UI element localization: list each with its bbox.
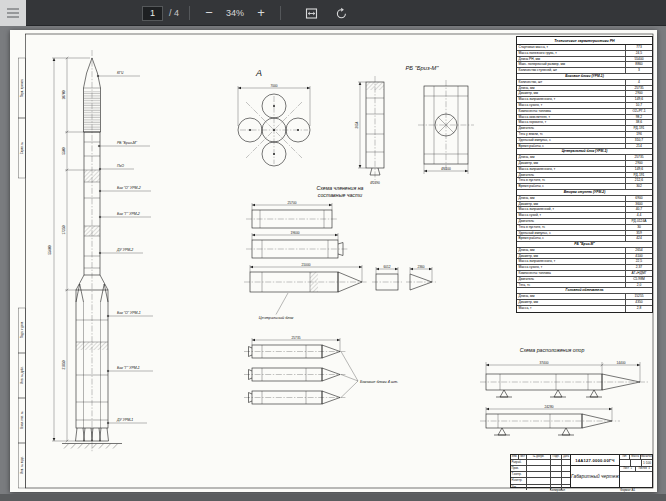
dim-label: 14400 — [617, 361, 626, 365]
spec-value: 40,7 — [626, 207, 652, 212]
zoom-out-button[interactable]: − — [200, 3, 218, 23]
spec-label: Длина, мм — [517, 155, 626, 160]
spec-label: Стартовая масса, т — [517, 45, 626, 50]
edge-stamp-label: Инв. № дубл. — [20, 366, 24, 384]
dim-label: 19600 — [291, 231, 300, 235]
dim-label: 21850 — [62, 360, 66, 369]
toolbar-controls: 1 / 4 − 34% + — [142, 0, 351, 26]
spec-label: Масса сухой, т — [517, 213, 626, 218]
briz-m-views: РБ "Бриз-М" 2654 Ø2490 — [355, 65, 475, 185]
sheets-number: 4 — [648, 467, 649, 471]
title-block-right-values: 1:100 — [620, 460, 652, 467]
zoom-in-button[interactable]: + — [252, 3, 270, 23]
dim-label: 25700 — [288, 201, 297, 205]
spec-value: 4100 — [626, 254, 652, 259]
spec-label: Масса заправленного, т — [517, 167, 626, 172]
supports-scheme: Схема расположения опор — [480, 347, 648, 435]
dim-label: 37400 — [540, 361, 549, 365]
spec-label: Тяга в пустоте, тс — [517, 225, 626, 230]
spec-label: Вторая ступень (УРМ-2) — [517, 190, 652, 195]
empty-cell — [562, 472, 570, 477]
spec-label: Тяга, тс — [517, 283, 626, 288]
spec-value: 98,2 — [626, 115, 652, 120]
drawing-name: Габаритный чертеж — [571, 466, 619, 487]
thumbnail-panel-toggle[interactable] — [0, 0, 26, 26]
sheets-label: Листов — [639, 467, 647, 471]
spec-value: 25735 — [626, 86, 652, 91]
spec-value: 6900 — [626, 196, 652, 201]
page-count-label: / 4 — [169, 8, 179, 18]
callout-label: ДУ УРМ-1 — [117, 418, 133, 422]
menu-icon — [7, 8, 19, 10]
spec-label: Время работы, с — [517, 184, 626, 189]
spec-value: 10,7 — [626, 103, 652, 108]
organization-cell — [620, 472, 652, 487]
spec-label: Масса заправленной, т — [517, 207, 626, 212]
spec-value: 22,5 — [626, 259, 652, 264]
spec-value: 2,8 — [626, 306, 652, 312]
viewer-canvas[interactable]: Перв. примен. Справ. № Подп. и дата Инв.… — [0, 26, 666, 501]
mass-label: Масса — [630, 455, 641, 459]
spec-label: Длина, мм — [517, 86, 626, 91]
scale-label: Масштаб — [641, 455, 652, 459]
drawing-page: Перв. примен. Справ. № Подп. и дата Инв.… — [10, 30, 657, 492]
spec-label: Двигатель — [517, 219, 626, 224]
dim-label: Ø4100 — [441, 167, 451, 171]
dim-label: 5500 — [62, 147, 66, 154]
callout-label: РБ "Бриз-М" — [117, 141, 137, 145]
spec-value: 359 — [626, 231, 652, 236]
scale-value: 1:100 — [642, 460, 652, 466]
toolbar-separator — [189, 6, 190, 20]
spec-label: Диаметр, мм — [517, 91, 626, 96]
briz-title: РБ "Бриз-М" — [405, 65, 439, 71]
spec-value: РД-191 — [626, 126, 652, 131]
callout-label: Бак "Г" УРМ-1 — [117, 366, 140, 370]
spec-value: 214 — [626, 144, 652, 149]
spec-label: Тяга в пустоте, тс — [517, 178, 626, 183]
empty-cell — [562, 466, 570, 471]
spec-label: Время работы, с — [517, 144, 626, 149]
spec-label: Центральный блок (УРМ-1) — [517, 149, 652, 154]
empty-cell — [527, 485, 551, 490]
dim-label: 25735 — [292, 336, 301, 340]
spec-label: Диаметр, мм — [517, 254, 626, 259]
callout-label: Бак "Г" УРМ-2 — [117, 212, 140, 216]
document-number: 14А127.0000.00ГЧ — [571, 455, 619, 466]
spec-value: 3 — [626, 68, 652, 73]
viewer-toolbar: 1 / 4 − 34% + — [0, 0, 666, 26]
spec-value: 302 — [626, 184, 652, 189]
empty-cell — [562, 478, 570, 483]
division-title: составные части — [318, 192, 362, 198]
empty-cell — [551, 460, 562, 465]
spec-label: Масса сухого, т — [517, 103, 626, 108]
division-title: Схема членения на — [317, 185, 364, 191]
spec-label: РБ "Бриз-М" — [517, 242, 652, 247]
empty-cell — [527, 466, 551, 471]
rotate-button[interactable] — [331, 3, 351, 23]
spec-value: 38,6 — [626, 120, 652, 125]
fit-page-button[interactable] — [301, 3, 321, 23]
title-block-right: Лит. Масса Масштаб 1:100 Лист 1 — [620, 455, 652, 487]
empty-cell — [562, 485, 570, 490]
dim-label: 55400 — [48, 245, 52, 254]
dim-label: 24280 — [545, 405, 554, 409]
format-label: Формат А1 — [620, 488, 635, 492]
dim-label: 21000 — [302, 263, 311, 267]
title-block: Изм.Лист№ докум.Подп.Дата Разраб. — [510, 454, 653, 488]
zoom-level-label: 34% — [226, 8, 244, 18]
lit-cell — [620, 460, 631, 466]
rotate-icon — [335, 7, 348, 20]
spec-value: О2+РГ-1 — [626, 109, 652, 114]
page-number-input[interactable]: 1 — [142, 6, 163, 21]
dim-label: 2360 — [417, 265, 424, 269]
title-block-middle: 14А127.0000.00ГЧ Габаритный чертеж — [571, 455, 620, 487]
rocket-side-view — [62, 50, 122, 452]
spec-label: Удельный импульс, с — [517, 138, 626, 143]
spec-value: 4 — [626, 80, 652, 85]
spec-value: 15255 — [626, 294, 652, 299]
spec-value: 149,6 — [626, 97, 652, 102]
spec-value: 2654 — [626, 248, 652, 253]
side-blocks-label: Боковые блоки 4 шт. — [360, 380, 398, 384]
sheet-number: 1 — [630, 467, 631, 471]
spec-value: С5.98М — [626, 277, 652, 282]
